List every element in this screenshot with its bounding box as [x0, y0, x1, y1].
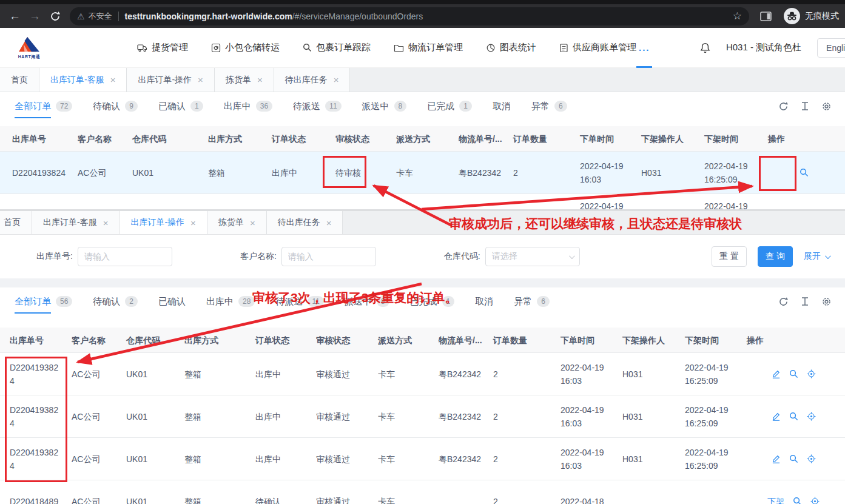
status-tab[interactable]: 全部订单72	[15, 92, 72, 120]
page-tab[interactable]: 首页	[0, 68, 39, 92]
table-row[interactable]: D2204193824AC公司UK01整箱出库中审核通过卡车粤B24234222…	[0, 395, 845, 438]
edit-icon[interactable]	[772, 369, 781, 378]
page-tab[interactable]: 出库订单-客服×	[39, 68, 127, 92]
settings-gear-icon[interactable]	[821, 101, 832, 112]
status-tab[interactable]: 待确认9	[93, 92, 138, 120]
row-height-icon[interactable]	[800, 101, 810, 111]
status-tab-label: 已完成	[427, 101, 454, 112]
hart-logo[interactable]: HART海通	[11, 36, 47, 60]
status-tab[interactable]: 全部订单56	[15, 287, 72, 315]
outbound-no-input[interactable]	[78, 247, 172, 266]
cell-delivery: 卡车	[391, 152, 454, 193]
page-tab[interactable]: 拣货单×	[215, 68, 274, 92]
search-icon[interactable]	[793, 497, 802, 504]
status-tab[interactable]: 已完成1	[410, 287, 455, 315]
query-button[interactable]: 查 询	[758, 246, 793, 267]
status-tab[interactable]: 取消	[475, 287, 493, 315]
page-tab[interactable]: 拣货单×	[207, 211, 267, 234]
settings-gear-icon[interactable]	[821, 297, 832, 307]
cell-order_time: 2022-04-1916:03	[556, 438, 618, 480]
nav-item[interactable]: 物流订单管理	[394, 42, 463, 53]
search-icon[interactable]	[789, 369, 798, 378]
side-panel-icon[interactable]	[760, 12, 772, 21]
notification-bell-icon[interactable]	[700, 42, 710, 53]
tab-close-icon[interactable]: ×	[198, 75, 203, 85]
second-screenshot-panel: 全部订单56待确认2已确认出库中28待派送11派送中8已完成1取消异常6 出库单…	[0, 287, 845, 502]
table-row[interactable]: D2204193824AC公司UK01整箱出库中审核通过卡车粤B24234222…	[0, 438, 845, 480]
tab-close-icon[interactable]: ×	[326, 218, 332, 228]
row-height-icon[interactable]	[800, 297, 810, 306]
refresh-icon[interactable]	[778, 101, 789, 112]
cell-off_time: 2022-04-1916:25:09	[699, 152, 763, 193]
action-link[interactable]: 下架	[767, 495, 784, 504]
locate-icon[interactable]	[810, 497, 820, 504]
column-header: 出库方式	[203, 126, 267, 151]
page-tab[interactable]: 出库订单-操作×	[120, 211, 207, 234]
reset-button[interactable]: 重 置	[712, 246, 747, 267]
table-row[interactable]: D2204193824AC公司UK01整箱出库中待审核卡车粤B242342220…	[0, 152, 845, 194]
column-header: 订单数量	[508, 126, 575, 151]
status-count-badge: 9	[125, 101, 138, 112]
nav-item[interactable]: 小包仓储转运	[211, 42, 280, 53]
status-tab[interactable]: 异常6	[514, 287, 550, 315]
warehouse-code-select[interactable]: 请选择	[485, 247, 580, 266]
page-tab[interactable]: 待出库任务×	[267, 211, 343, 234]
tab-close-icon[interactable]: ×	[250, 218, 255, 228]
status-tab[interactable]: 出库中28	[206, 287, 255, 315]
status-tab[interactable]: 派送中8	[345, 287, 389, 315]
search-icon[interactable]	[789, 412, 798, 421]
edit-icon[interactable]	[772, 412, 781, 421]
refresh-icon[interactable]	[778, 297, 789, 307]
page-tab[interactable]: 出库订单-客服×	[32, 211, 120, 234]
page-tab[interactable]: 待出库任务×	[274, 68, 351, 92]
nav-item-label: 提货管理	[152, 42, 188, 53]
status-tab-label: 已确认	[158, 101, 186, 112]
customer-name-input[interactable]	[281, 247, 376, 266]
status-tab[interactable]: 已确认	[158, 287, 186, 315]
nav-item[interactable]: 提货管理	[137, 42, 188, 53]
back-icon[interactable]: ←	[6, 7, 24, 25]
tab-close-icon[interactable]: ×	[103, 218, 109, 228]
status-tab[interactable]: 取消	[493, 92, 511, 120]
status-tab[interactable]: 待确认2	[93, 287, 138, 315]
warehouse-code-label: 仓库代码:	[444, 251, 480, 262]
current-user-label[interactable]: H031 - 测试角色杜	[726, 42, 801, 53]
truck-icon	[137, 43, 147, 52]
table-row[interactable]: 2022-04-192022-04-19	[0, 194, 845, 209]
tab-close-icon[interactable]: ×	[190, 218, 196, 228]
nav-item[interactable]: 包裹订单跟踪	[303, 42, 371, 53]
status-tab[interactable]: 待派送11	[275, 287, 323, 315]
edit-icon[interactable]	[772, 454, 781, 463]
expand-link[interactable]: 展开	[804, 251, 829, 262]
language-button[interactable]: English	[817, 38, 845, 58]
status-tab[interactable]: 待派送11	[293, 92, 341, 120]
locate-icon[interactable]	[807, 412, 816, 421]
bookmark-star-icon[interactable]: ☆	[733, 10, 742, 22]
table-row[interactable]: D2204193824AC公司UK01整箱出库中审核通过卡车粤B24234222…	[0, 353, 845, 395]
reload-icon[interactable]	[46, 7, 64, 25]
tab-close-icon[interactable]: ×	[334, 75, 339, 85]
locate-icon[interactable]	[807, 454, 816, 463]
page-tab[interactable]: 首页	[0, 211, 32, 234]
nav-more-button[interactable]: ...	[636, 28, 653, 68]
page-tab[interactable]: 出库订单-操作×	[127, 68, 214, 92]
nav-item[interactable]: 供应商账单管理	[559, 42, 636, 53]
browser-address-bar[interactable]: ⚠ 不安全 testtrunkbookingmgr.hart-worldwide…	[70, 7, 749, 25]
forward-icon[interactable]: →	[26, 7, 44, 25]
table-row[interactable]: D220418489AC公司UK01整箱待确认审核通过卡车22022-04-18…	[0, 480, 845, 504]
status-tab[interactable]: 异常6	[531, 92, 567, 120]
search-icon[interactable]	[800, 168, 809, 177]
status-tab[interactable]: 派送中8	[362, 92, 407, 120]
locate-icon[interactable]	[807, 369, 816, 378]
tab-close-icon[interactable]: ×	[257, 75, 263, 85]
nav-item[interactable]: 图表统计	[486, 42, 536, 53]
tab-close-icon[interactable]: ×	[110, 75, 116, 85]
cell-qty: 2	[488, 395, 556, 437]
browser-tab-strip	[0, 0, 845, 4]
status-tab[interactable]: 出库中36	[224, 92, 272, 120]
status-tab[interactable]: 已完成1	[427, 92, 472, 120]
status-tab[interactable]: 已确认1	[158, 92, 203, 120]
status-tab-label: 派送中	[345, 296, 372, 307]
column-header: 仓库代码	[127, 126, 203, 151]
search-icon[interactable]	[789, 454, 798, 463]
